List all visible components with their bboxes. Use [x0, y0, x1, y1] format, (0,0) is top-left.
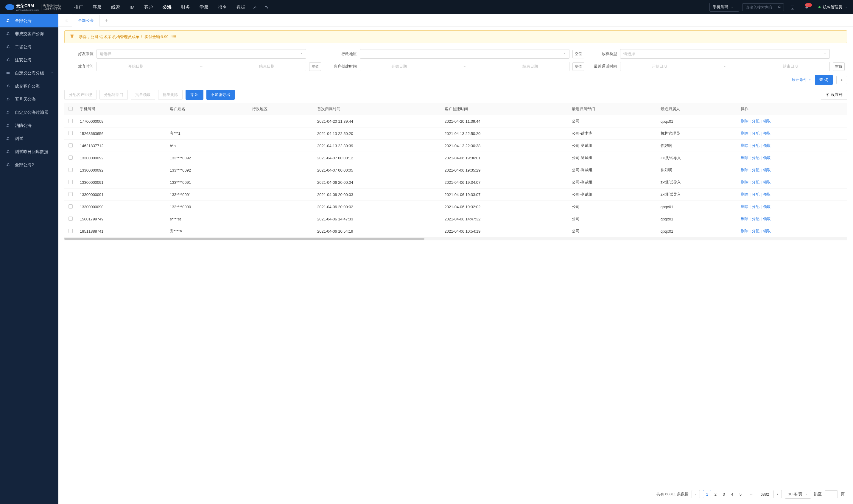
- row-claim-link[interactable]: 领取: [763, 204, 771, 209]
- page-number[interactable]: 4: [728, 490, 736, 498]
- nav-item[interactable]: IM: [125, 0, 139, 14]
- nav-item[interactable]: 报名: [214, 0, 231, 14]
- sidebar-item[interactable]: 成交客户公海: [0, 80, 58, 93]
- batch-delete-button[interactable]: 批量删除: [158, 90, 183, 100]
- sidebar-item[interactable]: 全部公海: [0, 14, 58, 28]
- scroll-thumb[interactable]: [64, 238, 424, 240]
- row-delete-link[interactable]: 删除: [741, 229, 748, 233]
- horizontal-scrollbar[interactable]: [64, 237, 847, 240]
- sidebar-item[interactable]: 自定义公海分组: [0, 67, 58, 80]
- nav-item[interactable]: 财务: [177, 0, 194, 14]
- nav-item[interactable]: 线索: [107, 0, 124, 14]
- row-assign-link[interactable]: 分配: [752, 143, 760, 148]
- row-delete-link[interactable]: 删除: [741, 217, 748, 221]
- row-checkbox[interactable]: [69, 143, 73, 147]
- per-page-select[interactable]: 10 条/页: [785, 490, 811, 499]
- phone-icon[interactable]: [264, 4, 269, 10]
- row-claim-link[interactable]: 领取: [763, 119, 771, 123]
- tablet-icon[interactable]: [790, 4, 795, 10]
- null-abandon-time-button[interactable]: 空值: [309, 62, 321, 71]
- row-delete-link[interactable]: 删除: [741, 156, 748, 160]
- nav-item[interactable]: 公海: [159, 0, 176, 14]
- row-assign-link[interactable]: 分配: [752, 204, 760, 209]
- search-button[interactable]: 查 询: [815, 75, 833, 85]
- row-checkbox[interactable]: [69, 168, 73, 172]
- tab-active[interactable]: 全部公海: [72, 15, 100, 27]
- select-region[interactable]: [360, 49, 569, 59]
- row-claim-link[interactable]: 领取: [763, 168, 771, 172]
- select-all-checkbox[interactable]: [69, 107, 73, 111]
- sidebar-item[interactable]: 全部公海2: [0, 159, 58, 172]
- sidebar-item[interactable]: 测试: [0, 132, 58, 145]
- search-icon[interactable]: [778, 5, 781, 10]
- user-menu[interactable]: 机构管理员: [818, 4, 851, 10]
- row-assign-link[interactable]: 分配: [752, 229, 760, 233]
- sidebar-item[interactable]: 五月天公海: [0, 93, 58, 106]
- row-assign-link[interactable]: 分配: [752, 119, 760, 123]
- row-delete-link[interactable]: 删除: [741, 131, 748, 136]
- row-delete-link[interactable]: 删除: [741, 180, 748, 184]
- row-claim-link[interactable]: 领取: [763, 156, 771, 160]
- tab-fold-icon[interactable]: [62, 18, 72, 23]
- nav-item[interactable]: 数据: [232, 0, 250, 14]
- row-assign-link[interactable]: 分配: [752, 217, 760, 221]
- row-assign-link[interactable]: 分配: [752, 131, 760, 136]
- null-last-call-button[interactable]: 空值: [833, 62, 845, 71]
- sidebar-item[interactable]: 消防公海: [0, 119, 58, 132]
- add-tab-button[interactable]: +: [100, 17, 113, 24]
- null-create-time-button[interactable]: 空值: [573, 62, 584, 71]
- page-number[interactable]: 1: [703, 490, 711, 498]
- page-next[interactable]: [774, 490, 782, 498]
- assign-manager-button[interactable]: 分配客户经理: [64, 90, 96, 100]
- row-claim-link[interactable]: 领取: [763, 229, 771, 233]
- sidebar-item[interactable]: 自定义公海过滤器: [0, 106, 58, 119]
- date-create-time[interactable]: 开始日期~结束日期: [360, 62, 569, 71]
- row-checkbox[interactable]: [69, 204, 73, 209]
- page-prev[interactable]: [692, 490, 700, 498]
- nav-item[interactable]: 客服: [88, 0, 106, 14]
- sidebar-item[interactable]: 测试昨日回库数据: [0, 145, 58, 159]
- date-abandon-time[interactable]: 开始日期~结束日期: [96, 62, 306, 71]
- assign-dept-button[interactable]: 分配到部门: [99, 90, 128, 100]
- row-checkbox[interactable]: [69, 131, 73, 135]
- page-last[interactable]: 6882: [759, 490, 770, 498]
- row-claim-link[interactable]: 领取: [763, 180, 771, 184]
- row-assign-link[interactable]: 分配: [752, 180, 760, 184]
- row-claim-link[interactable]: 领取: [763, 217, 771, 221]
- row-checkbox[interactable]: [69, 119, 73, 123]
- refresh-button[interactable]: [836, 76, 847, 84]
- jump-input[interactable]: [825, 490, 838, 498]
- row-delete-link[interactable]: 删除: [741, 192, 748, 197]
- row-delete-link[interactable]: 删除: [741, 119, 748, 123]
- nav-item[interactable]: 客户: [140, 0, 157, 14]
- sidebar-item[interactable]: 注安公海: [0, 54, 58, 67]
- row-claim-link[interactable]: 领取: [763, 143, 771, 148]
- batch-claim-button[interactable]: 批量领取: [131, 90, 155, 100]
- add-user-icon[interactable]: [253, 4, 258, 10]
- row-delete-link[interactable]: 删除: [741, 143, 748, 148]
- row-claim-link[interactable]: 领取: [763, 192, 771, 197]
- page-number[interactable]: 2: [711, 490, 720, 498]
- page-number[interactable]: 5: [736, 490, 745, 498]
- row-delete-link[interactable]: 删除: [741, 168, 748, 172]
- row-checkbox[interactable]: [69, 156, 73, 160]
- select-friend-source[interactable]: 请选择: [96, 49, 306, 59]
- export-button[interactable]: 导 出: [185, 90, 203, 100]
- nav-item[interactable]: 学服: [195, 0, 213, 14]
- row-assign-link[interactable]: 分配: [752, 156, 760, 160]
- notification-bell-icon[interactable]: 99+: [804, 4, 810, 10]
- row-checkbox[interactable]: [69, 217, 73, 221]
- select-abandon-type[interactable]: 请选择: [620, 49, 830, 59]
- row-checkbox[interactable]: [69, 229, 73, 233]
- row-checkbox[interactable]: [69, 192, 73, 196]
- set-columns-button[interactable]: 设置列: [821, 90, 847, 100]
- page-ellipsis[interactable]: ···: [748, 490, 756, 498]
- sidebar-item[interactable]: 二咨公海: [0, 40, 58, 54]
- nav-item[interactable]: 推广: [70, 0, 87, 14]
- date-last-call[interactable]: 开始日期~结束日期: [620, 62, 830, 71]
- row-checkbox[interactable]: [69, 180, 73, 184]
- page-number[interactable]: 3: [720, 490, 728, 498]
- null-region-button[interactable]: 空值: [573, 50, 584, 58]
- expand-filters-link[interactable]: 展开条件: [792, 77, 811, 83]
- search-type-select[interactable]: 手机号码: [709, 3, 739, 12]
